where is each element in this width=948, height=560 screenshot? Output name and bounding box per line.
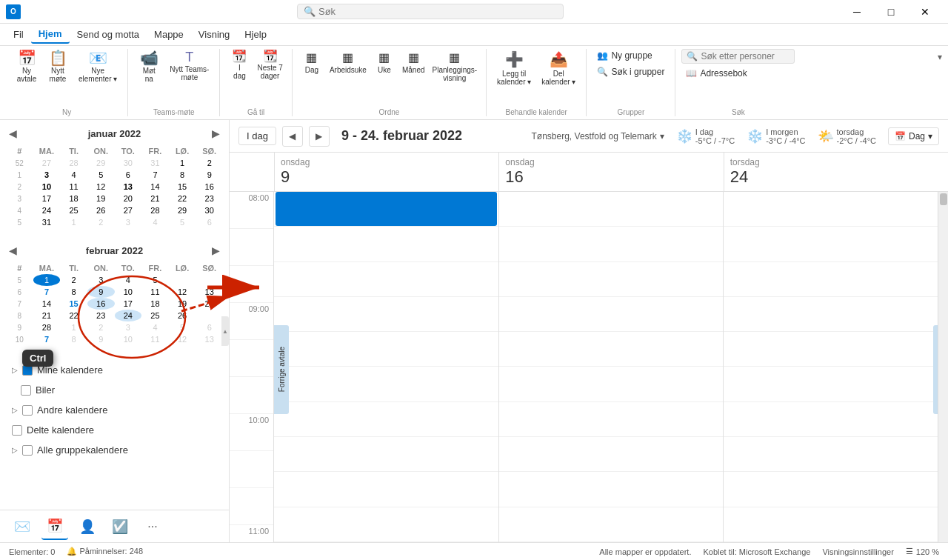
time-row-1100[interactable] [274,507,498,542]
jan-day[interactable]: 16 [196,181,223,193]
folder-bil[interactable]: Biler [9,383,220,397]
january-next-button[interactable]: ▶ [209,126,223,141]
menu-hjelp[interactable]: Hjelp [237,26,274,43]
time-row[interactable] [724,332,948,367]
new-elements-button[interactable]: 📧 Nyeelementer ▾ [74,49,121,84]
jan-day[interactable]: 3 [115,216,142,228]
time-row[interactable] [499,332,724,367]
time-row[interactable] [724,437,948,472]
jan-day[interactable]: 6 [196,216,223,228]
jan-day[interactable]: 24 [33,204,61,216]
search-people-input[interactable] [701,51,790,61]
meet-now-button[interactable]: 📹 Møtna [134,49,164,84]
feb-day[interactable]: 20 [196,298,223,310]
add-calendar-button[interactable]: ➕ Legg tilkalender ▾ [493,49,535,87]
feb-day[interactable]: 5 [169,321,196,333]
jan-day[interactable]: 11 [60,181,87,193]
feb-day[interactable]: 18 [141,298,169,310]
time-row[interactable] [499,262,724,297]
feb-day[interactable]: 10 [115,286,142,298]
jan-day[interactable]: 5 [87,169,115,181]
feb-day[interactable]: 1 [60,321,87,333]
time-row[interactable] [724,472,948,507]
jan-day[interactable]: 18 [60,193,87,204]
jan-day[interactable]: 30 [196,204,223,216]
time-row[interactable] [274,262,498,297]
jan-day[interactable]: 22 [169,193,196,204]
search-bar[interactable]: 🔍 [297,4,564,19]
folder-checkbox-alle[interactable] [22,445,33,456]
more-nav-button[interactable]: ··· [139,513,166,540]
new-meeting-button[interactable]: 📋 Nyttmøte [43,49,73,84]
maximize-button[interactable]: □ [874,0,908,24]
feb-day[interactable]: 14 [33,298,61,310]
jan-day[interactable]: 26 [87,204,115,216]
feb-day[interactable]: 4 [141,321,169,333]
search-groups-button[interactable]: 🔍 Søk i grupper [592,65,669,79]
time-row[interactable] [274,332,498,367]
view-dag-button[interactable]: ▦ Dag [298,49,325,76]
feb-day[interactable]: 13 [196,333,223,345]
cal-today-button[interactable]: I dag [238,127,276,145]
jan-day[interactable]: 1 [169,157,196,169]
time-row[interactable] [724,507,948,542]
jan-day[interactable]: 30 [115,157,142,169]
jan-day[interactable]: 1 [60,216,87,228]
jan-day[interactable]: 28 [141,204,169,216]
cal-view-dropdown[interactable]: 📅 Dag ▾ [888,127,939,145]
people-nav-button[interactable]: 👤 [74,513,101,540]
jan-day[interactable]: 27 [115,204,142,216]
folder-checkbox-bil[interactable] [21,385,31,396]
time-row[interactable] [499,367,724,401]
minimize-button[interactable]: ─ [840,0,874,24]
jan-day[interactable]: 19 [87,193,115,204]
time-row[interactable] [724,297,948,332]
time-row[interactable] [274,227,498,261]
jan-day[interactable]: 5 [169,216,196,228]
time-row[interactable] [274,472,498,507]
cal-prev-button[interactable]: ◀ [282,126,303,147]
feb-day[interactable]: 21 [33,310,61,321]
feb-day[interactable]: 9 [87,333,115,345]
feb-day[interactable]: 12 [169,333,196,345]
jan-day[interactable]: 13 [115,181,142,193]
feb-day[interactable]: 25 [141,310,169,321]
share-calendar-button[interactable]: 📤 Delkalender ▾ [537,49,580,87]
jan-day[interactable]: 17 [33,193,61,204]
feb-day[interactable]: 2 [60,274,87,286]
calendar-nav-button[interactable]: 📅 [41,513,68,540]
folder-checkbox-delte[interactable] [12,425,22,436]
next7days-button[interactable]: 📆 Neste 7dager [254,49,285,81]
jan-day[interactable]: 21 [141,193,169,204]
feb-day-1[interactable]: 1 [33,274,61,286]
tasks-nav-button[interactable]: ☑️ [107,513,133,540]
view-planning-button[interactable]: ▦ Planleggings-visning [430,49,481,84]
view-workweek-button[interactable]: ▦ Arbeidsuke [327,49,370,76]
feb-day-9[interactable]: 9 [87,286,115,298]
prev-appointment-arrow[interactable]: Forrige avtale [274,325,289,414]
feb-day-7-mar[interactable]: 7 [33,333,61,345]
sidebar-collapse-button[interactable]: ▲ [221,316,229,346]
time-row-0900[interactable] [274,297,498,332]
jan-day[interactable]: 29 [87,157,115,169]
today-button[interactable]: 📆 Idag [226,49,253,81]
time-row[interactable] [499,297,724,332]
jan-day[interactable]: 25 [60,204,87,216]
feb-day[interactable]: 3 [115,321,142,333]
time-row[interactable] [274,367,498,401]
time-row[interactable] [724,227,948,261]
feb-day-24[interactable]: 24 [115,310,142,321]
feb-day[interactable]: 13 [196,286,223,298]
time-row[interactable] [274,437,498,472]
new-teams-meeting-button[interactable]: T Nytt Teams-møte [165,49,213,83]
close-button[interactable]: ✕ [908,0,942,24]
search-input[interactable] [318,6,557,17]
time-row[interactable] [499,472,724,507]
time-row-1000[interactable] [274,402,498,437]
feb-day[interactable]: 22 [60,310,87,321]
jan-day[interactable]: 29 [169,204,196,216]
feb-day[interactable]: 3 [87,274,115,286]
menu-hjem[interactable]: Hjem [31,25,70,44]
jan-day[interactable]: 3 [33,169,61,181]
time-row[interactable] [724,192,948,227]
